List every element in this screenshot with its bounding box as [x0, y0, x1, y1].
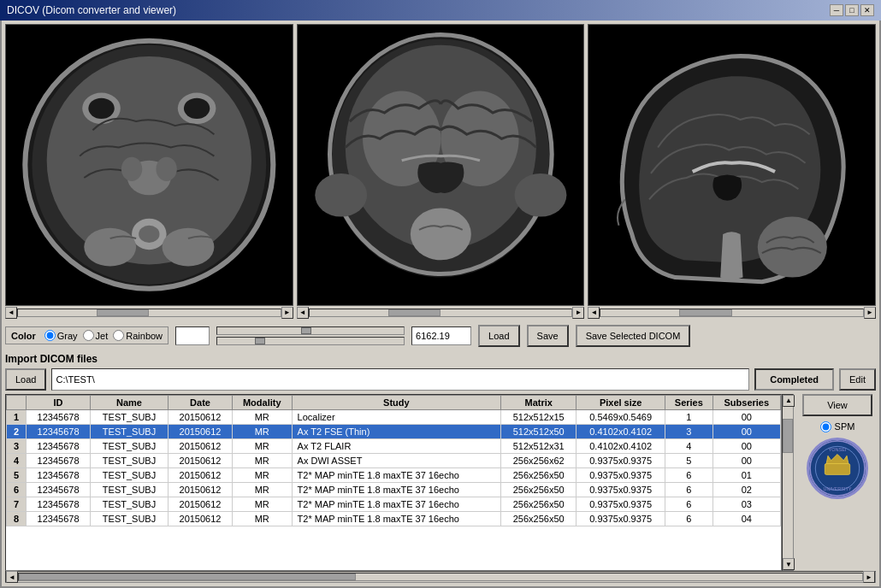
table-row[interactable]: 2 12345678 TEST_SUBJ 20150612 MR Ax T2 F… [7, 424, 781, 438]
spm-option[interactable]: SPM [820, 421, 855, 432]
scroll-right-arrow[interactable]: ► [281, 307, 293, 319]
upper-slider[interactable] [216, 326, 405, 335]
gray-label: Gray [57, 331, 78, 341]
col-study[interactable]: Study [292, 395, 501, 409]
cell-id: 12345678 [27, 497, 91, 511]
rainbow-radio[interactable] [113, 330, 124, 341]
cell-name: TEST_SUBJ [90, 482, 168, 497]
sagittal-scrollbar[interactable]: ◄ ► [588, 307, 876, 319]
window-controls: ─ □ ✕ [830, 4, 874, 16]
table-header-row: ID Name Date Modality Study Matrix Pixel… [7, 395, 781, 409]
save-button[interactable]: Save [527, 325, 569, 347]
min-value-input[interactable]: 0 [175, 326, 210, 345]
spm-radio[interactable] [820, 421, 831, 432]
svg-point-11 [156, 157, 176, 181]
gray-option[interactable]: Gray [44, 330, 78, 341]
scroll-track[interactable] [17, 309, 281, 317]
cell-modality: MR [232, 467, 292, 482]
col-pixel[interactable]: Pixel size [576, 395, 665, 409]
coronal-scroll-right[interactable]: ► [572, 307, 584, 319]
status-badge: Completed [754, 368, 834, 391]
max-value-display: 6162.19 [411, 326, 471, 345]
close-button[interactable]: ✕ [860, 4, 874, 16]
cell-id: 12345678 [27, 424, 91, 438]
cell-num: 5 [7, 467, 27, 482]
cell-id: 12345678 [27, 511, 91, 526]
upper-slider-thumb[interactable] [301, 327, 311, 334]
table-row[interactable]: 6 12345678 TEST_SUBJ 20150612 MR T2* MAP… [7, 482, 781, 497]
edit-button[interactable]: Edit [839, 368, 876, 391]
load-button[interactable]: Load [478, 325, 519, 347]
col-date[interactable]: Date [169, 395, 233, 409]
h-scroll-left[interactable]: ◄ [6, 571, 18, 583]
jet-radio[interactable] [83, 330, 94, 341]
lower-slider-thumb[interactable] [255, 338, 265, 344]
vertical-scrollbar[interactable]: ▲ ▼ [782, 394, 794, 571]
lower-slider[interactable] [216, 337, 405, 345]
col-id[interactable]: ID [27, 395, 91, 409]
table-row[interactable]: 3 12345678 TEST_SUBJ 20150612 MR Ax T2 F… [7, 438, 781, 453]
scroll-thumb[interactable] [97, 309, 149, 316]
scroll-left-arrow[interactable]: ◄ [5, 307, 17, 319]
cell-pixel: 0.4102x0.4102 [576, 424, 665, 438]
cell-subseries: 03 [712, 497, 780, 511]
table-row[interactable]: 4 12345678 TEST_SUBJ 20150612 MR Ax DWI … [7, 453, 781, 467]
cell-subseries: 00 [712, 409, 780, 424]
table-row[interactable]: 5 12345678 TEST_SUBJ 20150612 MR T2* MAP… [7, 467, 781, 482]
cell-name: TEST_SUBJ [90, 409, 168, 424]
cell-subseries: 00 [712, 438, 780, 453]
svg-point-7 [88, 98, 114, 119]
sagittal-scroll-thumb[interactable] [679, 309, 731, 316]
col-matrix[interactable]: Matrix [501, 395, 576, 409]
save-selected-button[interactable]: Save Selected DICOM [576, 325, 691, 347]
scroll-up-arrow[interactable]: ▲ [783, 395, 795, 407]
cell-subseries: 02 [712, 482, 780, 497]
cell-id: 12345678 [27, 453, 91, 467]
sagittal-panel [588, 24, 876, 306]
rainbow-option[interactable]: Rainbow [113, 330, 163, 341]
cell-study: T2* MAP minTE 1.8 maxTE 37 16echo [292, 482, 501, 497]
table-container: ID Name Date Modality Study Matrix Pixel… [5, 394, 876, 571]
minimize-button[interactable]: ─ [830, 4, 843, 16]
table-row[interactable]: 7 12345678 TEST_SUBJ 20150612 MR T2* MAP… [7, 497, 781, 511]
coronal-scrollbar[interactable]: ◄ ► [297, 307, 585, 319]
scroll-v-thumb[interactable] [783, 419, 793, 453]
cell-date: 20150612 [169, 453, 233, 467]
scroll-down-arrow[interactable]: ▼ [783, 558, 795, 570]
coronal-viewer-col: ◄ ► [297, 24, 585, 319]
sagittal-scroll-left[interactable]: ◄ [588, 307, 600, 319]
axial-scrollbar[interactable]: ◄ ► [5, 307, 293, 319]
cell-study: Ax T2 FSE (Thin) [292, 424, 501, 438]
import-header: Import DICOM files [5, 353, 876, 365]
cell-pixel: 0.9375x0.9375 [576, 497, 665, 511]
import-load-button[interactable]: Load [5, 368, 46, 391]
col-subseries[interactable]: Subseries [712, 395, 780, 409]
table-row[interactable]: 1 12345678 TEST_SUBJ 20150612 MR Localiz… [7, 409, 781, 424]
cell-study: Ax T2 FLAIR [292, 438, 501, 453]
cell-matrix: 256x256x50 [501, 511, 576, 526]
cell-series: 6 [665, 467, 713, 482]
h-scroll-right[interactable]: ► [863, 571, 875, 583]
gray-radio[interactable] [44, 330, 56, 341]
col-name[interactable]: Name [90, 395, 168, 409]
sagittal-scroll-right[interactable]: ► [864, 307, 876, 319]
rainbow-label: Rainbow [126, 331, 163, 341]
table-row[interactable]: 8 12345678 TEST_SUBJ 20150612 MR T2* MAP… [7, 511, 781, 526]
coronal-scroll-thumb[interactable] [388, 309, 440, 316]
view-button[interactable]: View [802, 394, 872, 416]
cell-num: 6 [7, 482, 27, 497]
jet-option[interactable]: Jet [83, 330, 109, 341]
coronal-scroll-left[interactable]: ◄ [297, 307, 309, 319]
col-series[interactable]: Series [665, 395, 713, 409]
maximize-button[interactable]: □ [845, 4, 859, 16]
spm-label: SPM [835, 421, 855, 432]
coronal-scroll-track[interactable] [309, 309, 573, 317]
sagittal-scroll-track[interactable] [600, 309, 864, 317]
title-bar: DICOV (Dicom converter and viewer) ─ □ ✕ [0, 0, 881, 21]
svg-point-27 [758, 217, 827, 278]
col-modality[interactable]: Modality [232, 395, 292, 409]
table-scroll[interactable]: ID Name Date Modality Study Matrix Pixel… [5, 394, 782, 571]
table-h-scroll[interactable]: ◄ ► [5, 571, 876, 583]
cell-pixel: 0.9375x0.9375 [576, 467, 665, 482]
cell-modality: MR [232, 497, 292, 511]
